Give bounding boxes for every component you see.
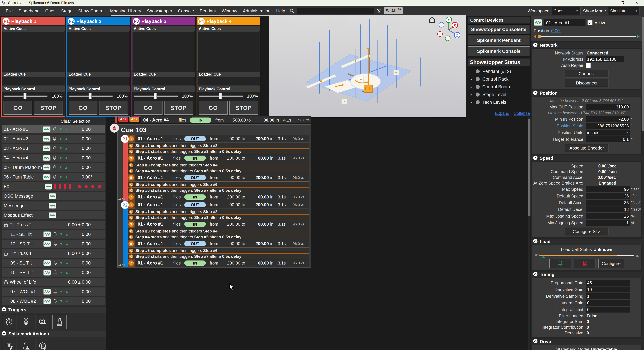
show-mode-select[interactable]: Simulator▼ (608, 7, 640, 15)
playback-header-p1[interactable]: P1Playback 1 (2, 17, 64, 25)
axis-row-02-acro-2[interactable]: 02 - Acro #2▼▲0.00" (2, 135, 105, 143)
close-button[interactable]: × (630, 0, 644, 6)
axis-row-osc-message[interactable]: OSC Message (2, 192, 105, 200)
home-icon[interactable] (429, 17, 435, 22)
action-button-motor-action[interactable] (2, 339, 16, 350)
axis-row-tilt-truss-1[interactable]: Tilt Truss 10.00 ± 0.00" (2, 249, 105, 258)
jog-up-icon[interactable]: ▲ (64, 137, 68, 141)
position-scale-link[interactable]: Position Scale (532, 124, 586, 128)
cue-vertical-scrollbar[interactable] (528, 117, 530, 350)
menu-item-help[interactable]: Help (276, 8, 285, 13)
axis-row-wheel-of-life[interactable]: Wheel of Life0.00 ± 0.00" (2, 278, 105, 286)
step-link-row[interactable]: Step #4 starts and then triggers Step #5… (128, 168, 310, 174)
jog-down-icon[interactable]: ▼ (59, 233, 63, 236)
jog-up-icon[interactable]: ▲ (65, 290, 69, 294)
expand-arrow-icon[interactable]: ▸ (470, 92, 476, 96)
collapse-link[interactable]: Collapse (514, 111, 530, 116)
cue-step-row[interactable]: 101 - Acro #1fliesOUTfrom00.00to200.00in… (128, 201, 310, 209)
disconnect-button[interactable]: Disconnect (565, 79, 608, 87)
clear-selection-link[interactable]: Clear Selection (61, 119, 90, 124)
search-icon[interactable] (290, 8, 294, 13)
jog-up-icon[interactable]: ▲ (64, 146, 68, 150)
menu-item-show-control[interactable]: Show Control (78, 8, 104, 13)
action-button-fx-motor-action[interactable] (19, 339, 33, 350)
axis-row-messenger[interactable]: Messenger (2, 202, 105, 210)
jog-down-icon[interactable]: ▼ (59, 137, 62, 141)
horizontal-scrollbar[interactable] (111, 14, 269, 16)
cue-panel[interactable]: Cue 103 P113.8s101 - Acro #1fliesOUTfrom… (118, 124, 311, 268)
status-item-pendant-12[interactable]: Pendant (#12) (470, 67, 531, 75)
max-speed-field[interactable]: 96 (586, 186, 630, 192)
spikemark-actions-section-header[interactable]: Spikemark Actions (0, 331, 106, 337)
device-button-spikemark-pendant[interactable]: Spikemark Pendant (468, 35, 530, 45)
orientation-gizmo[interactable]: Y X Z (438, 17, 460, 41)
step-link-row[interactable]: Step #2 starts and then triggers Step #3… (128, 148, 310, 154)
axis-row-07-wol-1[interactable]: 07 - WOL #1▼▲0.00" (2, 288, 105, 296)
configure-slz-button[interactable]: Configure SLZ (565, 228, 608, 235)
axis-row-fx[interactable]: FX (2, 182, 105, 191)
cue-step-row[interactable]: 701 - Acro #1fliesINfrom200.00to00.00in3… (128, 259, 310, 267)
max-jogging-speed-field[interactable]: 25 (586, 213, 630, 219)
go-button-p2[interactable]: GO (68, 101, 98, 115)
stop-button-p4[interactable]: STOP (229, 101, 258, 115)
previous-cue-step-row[interactable]: 04 - Acro #4fliesINfrom500.00to00.00in4.… (140, 116, 310, 123)
playback-speed-slider[interactable] (69, 95, 112, 96)
trigger-button-push-button-trigger[interactable] (52, 315, 67, 329)
trigger-button-stopwatch-trigger[interactable] (2, 315, 16, 329)
network-section-header[interactable]: Network (531, 42, 642, 48)
jog-up-icon[interactable]: ▲ (64, 166, 68, 169)
menu-item-cues[interactable]: Cues (45, 8, 56, 13)
slider-thumb[interactable] (24, 93, 26, 99)
jog-up-icon[interactable]: ▲ (65, 299, 69, 303)
axis-row-tilt-truss-2[interactable]: Tilt Truss 20.00 ± 0.00" (2, 221, 105, 229)
status-item-stage-level[interactable]: ▸Stage Level (470, 91, 531, 98)
integral-gain-field[interactable]: 0 (586, 300, 630, 306)
target-tolerance-field[interactable]: 0.1 (586, 136, 630, 142)
cue-step-row[interactable]: 501 - Acro #1fliesOUTfrom00.00to200.00in… (128, 174, 310, 182)
menu-item-file[interactable]: File (6, 8, 13, 13)
playback-header-p2[interactable]: P2Playback 2 (67, 17, 130, 25)
jog-up-icon[interactable]: ▲ (64, 156, 68, 160)
cue-step-row[interactable]: 301 - Acro #1fliesINfrom200.00to00.00in3… (128, 154, 310, 162)
axis-row-11-sl-tilt[interactable]: 11 - SL Tilt▼▲0.00" (2, 230, 105, 239)
restore-button[interactable] (615, 0, 630, 6)
position-slider[interactable] (538, 36, 636, 37)
playback-speed-slider[interactable] (199, 95, 243, 96)
position-slider-thumb[interactable] (538, 35, 541, 38)
axis-row-10-sr-tilt[interactable]: 10 - SR Tilt▼▲0.00" (2, 268, 105, 277)
active-cues-list[interactable] (198, 31, 260, 71)
expand-arrow-icon[interactable]: ▸ (470, 85, 476, 89)
step-link-row[interactable]: Step #6 starts and then triggers Step #7… (128, 254, 310, 259)
jog-down-icon[interactable]: ▼ (59, 146, 62, 150)
loaded-cue-box[interactable] (198, 77, 260, 86)
device-button-showstopper-consolette[interactable]: Showstopper Consolette (468, 25, 530, 34)
menu-item-stage[interactable]: Stage (61, 8, 72, 13)
cue-step-row[interactable]: 301 - Acro #1fliesINfrom200.00to00.00in3… (128, 220, 310, 228)
jog-up-icon[interactable]: ▲ (65, 242, 69, 246)
active-cues-list[interactable] (67, 31, 129, 71)
jog-up-icon[interactable]: ▲ (64, 175, 68, 179)
loaded-cue-box[interactable] (67, 77, 129, 86)
speed-section-header[interactable]: Speed (531, 155, 642, 161)
derivative-sampling-field[interactable]: 1 (586, 293, 630, 299)
load-alarm-off-button[interactable] (574, 259, 596, 268)
step-link-row[interactable]: Step #1 completes and then triggers Step… (128, 209, 310, 215)
jog-up-icon[interactable]: ▲ (64, 127, 68, 131)
search-input[interactable] (297, 8, 374, 14)
ip-address-field[interactable]: 192.168.10.100 (586, 56, 624, 62)
jog-in-arrow-icon[interactable] (534, 35, 536, 38)
jog-down-icon[interactable]: ▼ (59, 166, 62, 169)
position-units-select[interactable]: inches▼ (586, 130, 630, 136)
step-link-row[interactable]: Step #5 completes and then triggers Step… (128, 182, 310, 187)
stop-button-p2[interactable]: STOP (99, 101, 128, 115)
jog-down-icon[interactable]: ▼ (59, 156, 62, 160)
cue-step-row[interactable]: 101 - Acro #1fliesOUTfrom00.00to200.00in… (128, 135, 310, 143)
loaded-cue-box[interactable] (2, 77, 64, 86)
workspace-select[interactable]: Cues▼ (552, 7, 580, 15)
loaded-cue-box[interactable] (132, 77, 194, 86)
auto-repair-checkbox[interactable] (586, 63, 591, 68)
jog-down-icon[interactable]: ▼ (59, 175, 62, 179)
jog-down-icon[interactable]: ▼ (59, 127, 62, 131)
active-cues-list[interactable] (132, 31, 194, 71)
playback-speed-slider[interactable] (134, 95, 178, 96)
